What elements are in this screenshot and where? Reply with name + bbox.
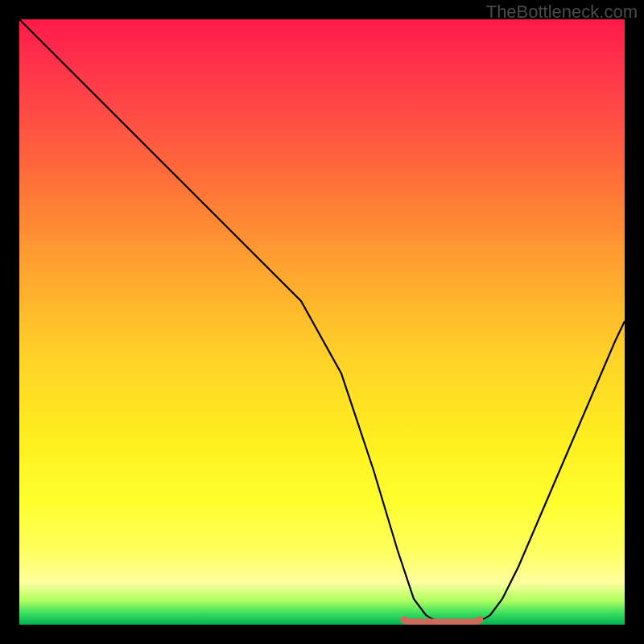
watermark-text: TheBottleneck.com [486, 2, 638, 23]
optimal-band-marker [404, 620, 480, 622]
plot-area [19, 19, 625, 625]
bottleneck-curve [19, 19, 625, 621]
chart-svg [19, 19, 625, 625]
